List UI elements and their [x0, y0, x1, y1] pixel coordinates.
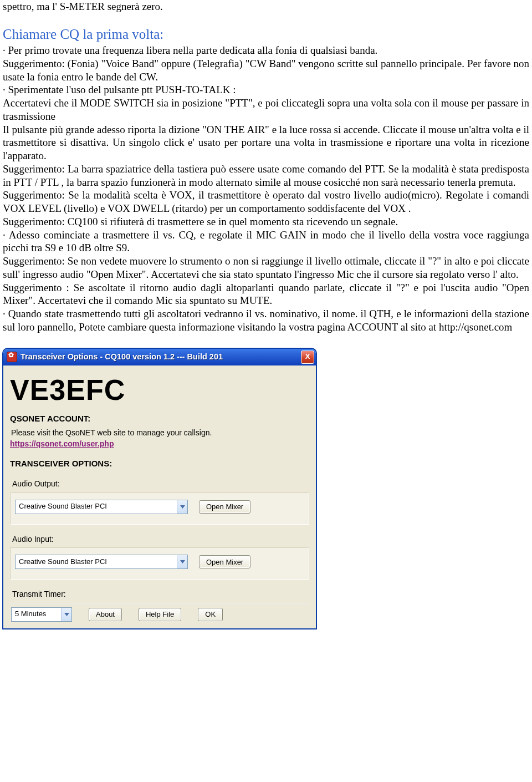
audio-output-value: Creative Sound Blaster PCI [16, 502, 177, 511]
audio-input-select[interactable]: Creative Sound Blaster PCI [15, 555, 188, 569]
app-icon [7, 352, 17, 362]
dialog-body: VE3EFC QSONET ACCOUNT: Please visit the … [3, 365, 316, 628]
audio-output-select[interactable]: Creative Sound Blaster PCI [15, 500, 188, 514]
transmit-timer-label: Transmit Timer: [12, 590, 309, 600]
divider [10, 603, 309, 604]
chevron-down-icon [177, 500, 187, 514]
dialog-screenshot: Transceiver Options - CQ100 version 1.2 … [0, 348, 532, 629]
section-heading: Chiamare CQ la prima volta: [3, 26, 529, 43]
options-heading: TRANSCEIVER OPTIONS: [10, 459, 309, 469]
callsign: VE3EFC [10, 372, 309, 408]
about-button[interactable]: About [89, 608, 122, 621]
chevron-down-icon [61, 608, 71, 621]
document-body: spettro, ma l' S-METER segnerà zero. Chi… [0, 0, 532, 348]
bottom-row: 5 Minutes About Help File OK [10, 607, 309, 622]
open-mixer-output-button[interactable]: Open Mixer [199, 500, 250, 514]
ok-button[interactable]: OK [198, 608, 223, 621]
intro-line: spettro, ma l' S-METER segnerà zero. [3, 0, 529, 13]
audio-input-label: Audio Input: [12, 535, 309, 545]
audio-output-group: Creative Sound Blaster PCI Open Mixer [10, 492, 309, 525]
close-button[interactable]: X [301, 351, 314, 364]
titlebar: Transceiver Options - CQ100 version 1.2 … [3, 349, 316, 365]
options-dialog: Transceiver Options - CQ100 version 1.2 … [2, 348, 317, 629]
help-button[interactable]: Help File [139, 608, 181, 621]
chevron-down-icon [177, 555, 187, 568]
audio-input-value: Creative Sound Blaster PCI [16, 557, 177, 566]
account-heading: QSONET ACCOUNT: [10, 414, 309, 424]
body-text: · Per primo trovate una frequenza libera… [3, 44, 529, 334]
transmit-timer-value: 5 Minutes [12, 610, 61, 618]
transmit-timer-select[interactable]: 5 Minutes [11, 607, 72, 622]
open-mixer-input-button[interactable]: Open Mixer [199, 555, 250, 568]
audio-output-label: Audio Output: [12, 479, 309, 489]
window-title: Transceiver Options - CQ100 version 1.2 … [21, 352, 301, 362]
audio-input-group: Creative Sound Blaster PCI Open Mixer [10, 547, 309, 580]
account-text: Please visit the QsoNET web site to mana… [11, 428, 309, 438]
account-link[interactable]: https://qsonet.com/user.php [10, 439, 114, 448]
